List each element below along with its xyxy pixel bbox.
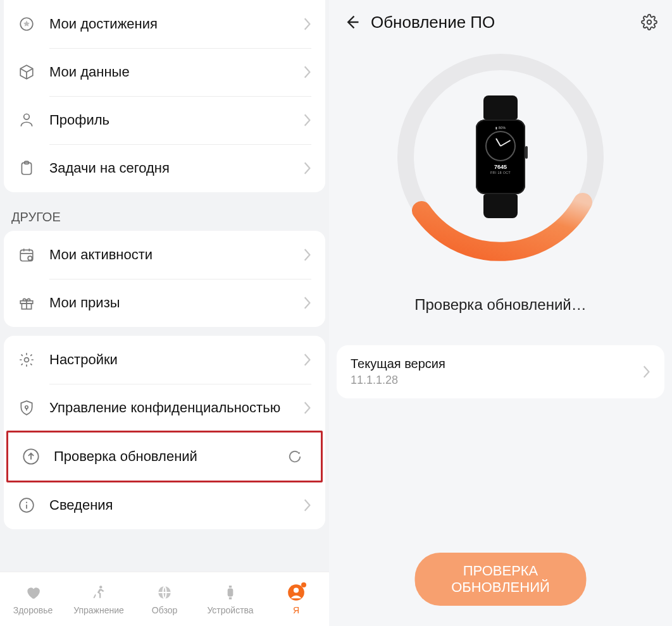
- chevron-right-icon: [302, 113, 311, 127]
- section-other-title: ДРУГОЕ: [0, 201, 329, 231]
- cube-icon: [15, 61, 38, 83]
- row-my-data[interactable]: Мои данные: [4, 48, 325, 96]
- nav-label: Обзор: [152, 605, 177, 615]
- row-label: Настройки: [49, 351, 302, 369]
- row-label: Задачи на сегодня: [49, 159, 302, 177]
- nav-label: Я: [293, 605, 299, 615]
- nav-me[interactable]: Я: [263, 572, 329, 626]
- settings-button[interactable]: [639, 12, 659, 32]
- row-label: Мои призы: [49, 294, 302, 312]
- row-prizes[interactable]: Мои призы: [4, 279, 325, 327]
- chevron-right-icon: [642, 365, 650, 379]
- svg-point-5: [28, 256, 32, 261]
- nav-label: Здоровье: [13, 605, 53, 615]
- chevron-right-icon: [302, 296, 311, 310]
- row-privacy[interactable]: Управление конфиденциальностью: [4, 384, 325, 432]
- gear-icon: [15, 348, 38, 371]
- svg-point-13: [26, 502, 27, 503]
- nav-health[interactable]: Здоровье: [0, 572, 66, 626]
- watch-icon: [221, 584, 239, 601]
- clipboard-icon: [15, 157, 38, 180]
- loading-icon: [288, 450, 302, 463]
- svg-point-11: [298, 452, 300, 454]
- svg-point-20: [294, 587, 299, 592]
- bottom-nav: Здоровье Упражнение Обзор Устройства Я: [0, 572, 329, 626]
- progress-ring: ▮ 80% 7645 FRI 18 OCT: [393, 49, 608, 264]
- row-about[interactable]: Сведения: [4, 481, 325, 529]
- current-version-row[interactable]: Текущая версия 11.1.1.28: [337, 345, 664, 398]
- row-label: Профиль: [49, 111, 302, 129]
- highlight-check-updates: Проверка обновлений: [6, 431, 323, 482]
- chevron-right-icon: [302, 353, 311, 367]
- notification-dot-icon: [301, 582, 306, 587]
- version-label: Текущая версия: [351, 357, 642, 371]
- svg-point-14: [99, 586, 102, 588]
- status-text: Проверка обновлений…: [329, 296, 672, 314]
- chevron-right-icon: [302, 401, 311, 415]
- row-label: Управление конфиденциальностью: [49, 399, 302, 417]
- update-header: Обновление ПО: [329, 0, 672, 44]
- calendar-icon: [15, 243, 38, 266]
- row-activities[interactable]: Мои активности: [4, 231, 325, 279]
- info-icon: [15, 494, 38, 517]
- row-label: Мои активности: [49, 246, 302, 264]
- chevron-right-icon: [302, 248, 311, 262]
- svg-rect-17: [229, 586, 232, 587]
- nav-devices[interactable]: Устройства: [197, 572, 263, 626]
- gift-icon: [15, 292, 38, 314]
- svg-point-8: [25, 358, 29, 362]
- svg-point-1: [24, 114, 30, 120]
- avatar-icon: [287, 584, 305, 601]
- chevron-right-icon: [302, 498, 311, 512]
- version-value: 11.1.1.28: [351, 374, 642, 387]
- svg-rect-16: [228, 588, 233, 596]
- run-icon: [90, 584, 108, 601]
- row-achievements[interactable]: Мои достижения: [4, 0, 325, 48]
- person-icon: [15, 109, 38, 132]
- chevron-right-icon: [302, 17, 311, 31]
- globe-icon: [156, 584, 173, 601]
- shield-icon: [15, 396, 38, 419]
- row-label: Мои достижения: [49, 15, 302, 33]
- chevron-right-icon: [302, 65, 311, 79]
- upload-icon: [20, 445, 42, 468]
- row-check-updates[interactable]: Проверка обновлений: [8, 433, 321, 481]
- row-settings[interactable]: Настройки: [4, 336, 325, 384]
- nav-browse[interactable]: Обзор: [132, 572, 197, 626]
- medal-icon: [15, 13, 38, 35]
- row-profile[interactable]: Профиль: [4, 96, 325, 144]
- nav-label: Упражнение: [73, 605, 124, 615]
- nav-label: Устройства: [207, 605, 253, 615]
- back-button[interactable]: [342, 12, 362, 32]
- check-updates-button[interactable]: ПРОВЕРКА ОБНОВЛЕНИЙ: [415, 553, 587, 606]
- row-label: Мои данные: [49, 63, 302, 81]
- nav-exercise[interactable]: Упражнение: [66, 572, 132, 626]
- row-today-tasks[interactable]: Задачи на сегодня: [4, 144, 325, 192]
- svg-rect-4: [20, 250, 33, 261]
- row-label: Сведения: [49, 496, 302, 514]
- svg-point-9: [25, 406, 28, 408]
- page-title: Обновление ПО: [371, 13, 639, 32]
- svg-point-21: [647, 20, 652, 25]
- chevron-right-icon: [302, 161, 311, 175]
- row-label: Проверка обновлений: [54, 448, 288, 465]
- svg-rect-18: [229, 597, 232, 599]
- heart-icon: [24, 584, 42, 601]
